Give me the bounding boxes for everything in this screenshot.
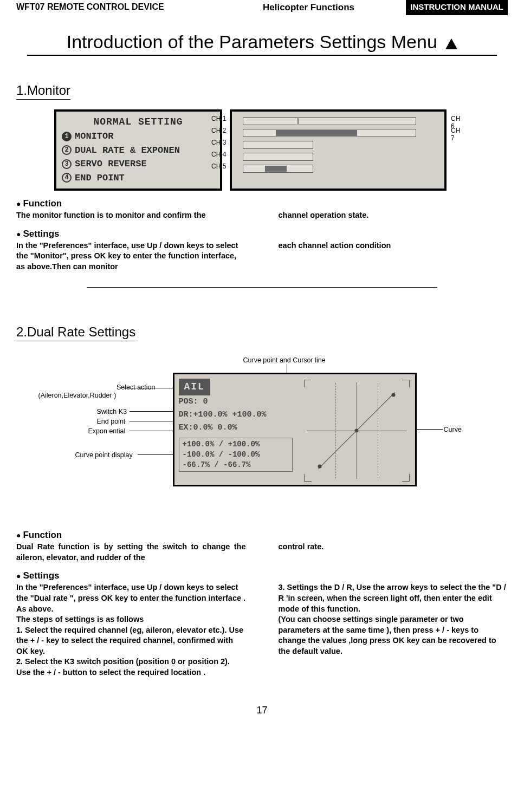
curve-row-1: +100.0% / +100.0%	[183, 439, 289, 450]
ch-label-4: CH 4	[211, 151, 226, 158]
callout-expo: Expon ential	[88, 427, 126, 435]
callout-top: Curve point and Cursor line	[243, 356, 326, 364]
callout-switch: Switch K3	[97, 408, 127, 415]
menu-num-2: 2	[62, 145, 72, 155]
page-number: 17	[16, 705, 508, 716]
callout-select: Select action	[63, 384, 156, 391]
lcd-graph	[304, 380, 410, 482]
monitor-function-head: Function	[16, 198, 508, 209]
monitor-heading: 1.Monitor	[16, 83, 70, 100]
menu-num-3: 3	[62, 159, 72, 169]
menu-item-2: DUAL RATE & EXPONEN	[75, 144, 180, 158]
page-title-text: Introduction of the Parameters Settings …	[67, 31, 437, 52]
channels-lcd	[230, 109, 447, 191]
dualrate-diagram: Curve point and Cursor line Select actio…	[32, 356, 493, 519]
ch-label-3: CH 3	[211, 139, 226, 146]
monitor-figure-row: NORMAL SETTING 1MONITOR 2DUAL RATE & EXP…	[54, 109, 508, 191]
monitor-settings-text: In the "Preferences" interface, use Up /…	[16, 241, 508, 272]
dualrate-function-left: Dual Rate function is by setting the swi…	[16, 542, 246, 563]
curve-row-3: -66.7% / -66.7%	[183, 460, 289, 470]
monitor-settings-left: In the "Preferences" interface, use Up /…	[16, 241, 246, 272]
menu-num-4: 4	[62, 173, 72, 183]
monitor-settings-head: Settings	[16, 229, 508, 239]
callout-select-sub: (Aileron,Elevator,Rudder )	[38, 392, 117, 399]
monitor-function-text: The monitor function is to monitor and c…	[16, 210, 508, 221]
dualrate-function-head: Function	[16, 530, 508, 541]
dualrate-settings-head: Settings	[16, 570, 508, 581]
dualrate-function-text: Dual Rate function is by setting the swi…	[16, 542, 508, 563]
menu-item-4: END POINT	[75, 171, 125, 185]
ch-label-5: CH 5	[211, 163, 226, 170]
curve-row-2: -100.0% / -100.0%	[183, 450, 289, 460]
page-title: Introduction of the Parameters Settings …	[27, 31, 497, 56]
channels-wrap: CH 1 CH 2 CH 3 CH 4 CH 5 CH 6 CH 7	[230, 109, 447, 191]
ch-label-2: CH 2	[211, 127, 226, 134]
monitor-settings-right: each channel action condition	[279, 241, 508, 272]
lcd-dr: DR:+100.0% +100.0%	[179, 410, 267, 419]
lcd-pos: POS: 0	[179, 397, 208, 406]
product-name: WFT07 REMOTE CONTROL DEVICE	[16, 0, 211, 15]
dualrate-heading: 2.Dual Rate Settings	[16, 324, 135, 341]
dualrate-settings-text: In the "Preferences" interface, use Up /…	[16, 582, 508, 678]
monitor-function-left: The monitor function is to monitor and c…	[16, 210, 246, 221]
callout-endpoint: End point	[97, 418, 126, 425]
ch-label-7: CH 7	[451, 127, 460, 142]
menu-item-3: SERVO REVERSE	[75, 157, 147, 171]
top-bar: WFT07 REMOTE CONTROL DEVICE Helicopter F…	[16, 0, 508, 15]
monitor-lcd: NORMAL SETTING 1MONITOR 2DUAL RATE & EXP…	[54, 109, 222, 191]
dualrate-settings-right: 3. Settings the D / R, Use the arrow key…	[279, 582, 508, 678]
section-name: Helicopter Functions	[211, 0, 406, 15]
dualrate-settings-left: In the "Preferences" interface, use Up /…	[16, 582, 246, 678]
triangle-icon	[445, 38, 457, 49]
callout-curve: Curve	[444, 426, 462, 433]
menu-item-1: MONITOR	[75, 129, 113, 144]
dualrate-function-right: control rate.	[279, 542, 508, 563]
ch-label-1: CH 1	[211, 115, 226, 122]
lcd-ex: EX:0.0% 0.0%	[179, 423, 237, 432]
lcd-curvebox: +100.0% / +100.0% -100.0% / -100.0% -66.…	[179, 438, 293, 472]
section-divider	[87, 287, 437, 288]
manual-badge: INSTRUCTION MANUAL	[406, 0, 508, 15]
callout-cpd: Curve point display	[75, 451, 133, 459]
monitor-function-right: channel operation state.	[279, 210, 508, 221]
dualrate-lcd: AIL POS: 0 DR:+100.0% +100.0% EX:0.0% 0.…	[173, 373, 417, 486]
menu-num-1: 1	[62, 132, 72, 141]
lcd-ail: AIL	[179, 379, 210, 395]
lcd-title: NORMAL SETTING	[62, 115, 215, 129]
